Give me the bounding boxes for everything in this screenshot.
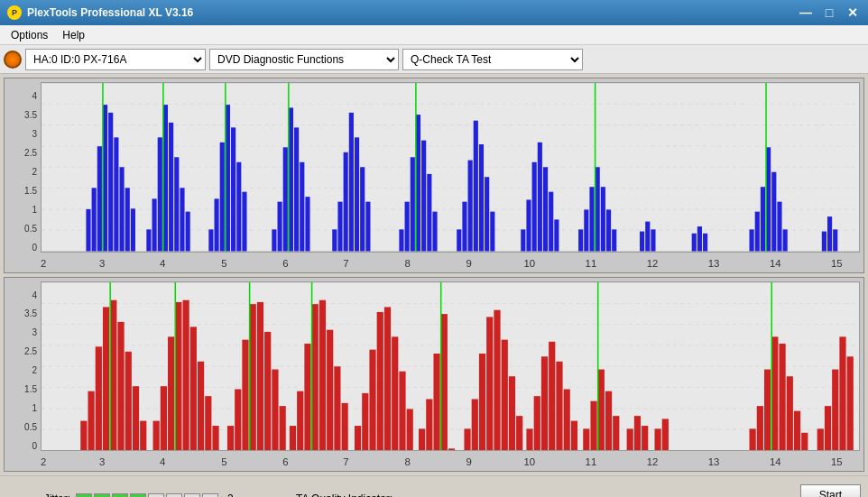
svg-rect-84 bbox=[692, 234, 697, 252]
svg-rect-196 bbox=[642, 426, 648, 450]
svg-rect-127 bbox=[125, 351, 132, 450]
metrics-section: Jitter: 3 Peak Shift: bbox=[7, 492, 260, 498]
svg-rect-75 bbox=[589, 187, 594, 251]
svg-rect-34 bbox=[242, 192, 246, 252]
svg-rect-141 bbox=[227, 426, 234, 450]
jitter-bar-seg-7 bbox=[184, 493, 200, 498]
svg-rect-70 bbox=[543, 167, 548, 251]
svg-rect-134 bbox=[175, 301, 181, 450]
y-label-4: 4 bbox=[5, 82, 41, 101]
svg-rect-47 bbox=[349, 113, 354, 252]
svg-rect-48 bbox=[355, 137, 359, 251]
menu-help[interactable]: Help bbox=[55, 27, 92, 43]
svg-rect-13 bbox=[108, 113, 113, 252]
svg-rect-159 bbox=[355, 426, 361, 450]
svg-rect-139 bbox=[212, 426, 218, 450]
jitter-bar-seg-3 bbox=[112, 493, 128, 498]
svg-text:8: 8 bbox=[404, 456, 410, 467]
svg-rect-129 bbox=[140, 420, 146, 450]
close-button[interactable]: ✕ bbox=[845, 5, 861, 21]
svg-rect-32 bbox=[231, 127, 235, 251]
app-icon: P bbox=[7, 5, 22, 20]
svg-text:9: 9 bbox=[466, 258, 472, 269]
maximize-button[interactable]: □ bbox=[821, 5, 837, 21]
svg-rect-204 bbox=[787, 376, 793, 450]
svg-rect-210 bbox=[832, 369, 838, 450]
svg-rect-55 bbox=[421, 141, 426, 252]
svg-rect-186 bbox=[564, 389, 570, 450]
svg-rect-24 bbox=[174, 157, 179, 251]
svg-rect-208 bbox=[817, 428, 824, 450]
svg-rect-200 bbox=[757, 406, 763, 450]
svg-rect-44 bbox=[332, 229, 337, 251]
svg-rect-163 bbox=[384, 307, 391, 450]
svg-text:8: 8 bbox=[404, 258, 410, 269]
minimize-button[interactable]: — bbox=[798, 5, 814, 21]
svg-rect-194 bbox=[627, 428, 633, 450]
svg-rect-161 bbox=[369, 349, 375, 450]
svg-rect-147 bbox=[272, 369, 278, 450]
svg-text:5: 5 bbox=[221, 456, 226, 467]
menu-options[interactable]: Options bbox=[4, 27, 55, 43]
test-select[interactable]: Q-Check TA Test bbox=[402, 49, 583, 70]
function-select[interactable]: DVD Diagnostic Functions bbox=[209, 49, 399, 70]
svg-rect-125 bbox=[110, 299, 116, 450]
svg-rect-21 bbox=[158, 137, 162, 251]
svg-rect-202 bbox=[771, 336, 778, 450]
svg-rect-136 bbox=[190, 327, 197, 450]
start-button[interactable]: Start bbox=[800, 484, 861, 498]
svg-text:13: 13 bbox=[708, 258, 720, 269]
svg-text:10: 10 bbox=[524, 456, 536, 467]
svg-rect-96 bbox=[827, 216, 832, 251]
svg-rect-183 bbox=[541, 356, 548, 450]
svg-rect-10 bbox=[92, 188, 97, 251]
svg-text:11: 11 bbox=[586, 456, 597, 467]
svg-rect-179 bbox=[509, 376, 515, 450]
svg-text:10: 10 bbox=[524, 258, 536, 269]
svg-rect-198 bbox=[662, 419, 669, 450]
y-label-3: 3 bbox=[5, 120, 41, 139]
svg-text:11: 11 bbox=[586, 258, 597, 269]
toolbar: HA:0 ID:0 PX-716A DVD Diagnostic Functio… bbox=[0, 45, 868, 74]
svg-rect-157 bbox=[342, 402, 348, 450]
svg-rect-41 bbox=[300, 162, 304, 252]
svg-text:12: 12 bbox=[647, 258, 659, 269]
y-label-b-15: 1.5 bbox=[5, 375, 41, 394]
svg-rect-71 bbox=[549, 192, 553, 252]
svg-text:7: 7 bbox=[343, 456, 348, 467]
device-icon bbox=[4, 51, 22, 69]
svg-rect-146 bbox=[264, 331, 271, 450]
svg-rect-143 bbox=[242, 339, 248, 450]
svg-rect-45 bbox=[337, 202, 342, 252]
svg-text:2: 2 bbox=[41, 258, 46, 269]
svg-rect-46 bbox=[344, 152, 348, 252]
svg-rect-154 bbox=[319, 299, 326, 450]
svg-rect-17 bbox=[131, 208, 135, 251]
svg-rect-87 bbox=[750, 229, 754, 251]
svg-text:15: 15 bbox=[831, 258, 843, 269]
svg-rect-77 bbox=[601, 187, 605, 251]
device-selector-group: HA:0 ID:0 PX-716A bbox=[4, 49, 206, 70]
top-chart-yaxis: 0 0.5 1 1.5 2 2.5 3 3.5 4 bbox=[5, 82, 41, 253]
jitter-bar-seg-5 bbox=[148, 493, 164, 498]
y-label-2: 2 bbox=[5, 158, 41, 177]
y-label-b-35: 3.5 bbox=[5, 300, 41, 319]
svg-text:4: 4 bbox=[160, 456, 165, 467]
svg-text:3: 3 bbox=[99, 258, 105, 269]
svg-rect-14 bbox=[114, 137, 118, 251]
svg-rect-185 bbox=[556, 361, 562, 450]
svg-rect-88 bbox=[755, 212, 760, 252]
svg-rect-64 bbox=[485, 177, 489, 251]
svg-rect-61 bbox=[468, 161, 473, 252]
svg-rect-79 bbox=[612, 229, 616, 251]
svg-rect-148 bbox=[280, 406, 286, 450]
svg-rect-190 bbox=[598, 369, 605, 450]
svg-rect-192 bbox=[613, 416, 619, 450]
svg-rect-57 bbox=[432, 212, 437, 252]
svg-rect-201 bbox=[764, 369, 771, 450]
svg-rect-165 bbox=[399, 371, 405, 450]
svg-rect-124 bbox=[103, 307, 109, 450]
drive-select[interactable]: HA:0 ID:0 PX-716A bbox=[25, 49, 206, 70]
svg-text:3: 3 bbox=[99, 456, 105, 467]
svg-rect-81 bbox=[640, 232, 644, 252]
